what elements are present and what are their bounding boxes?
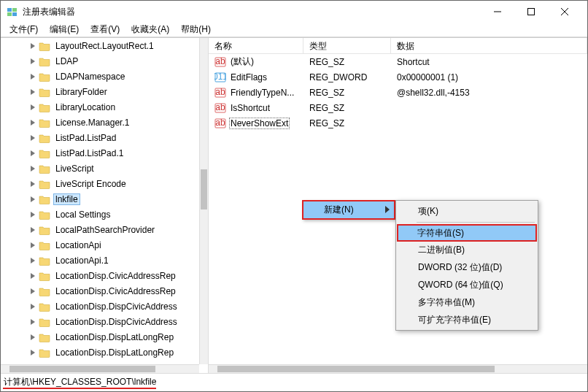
folder-icon [39, 347, 50, 358]
expand-icon[interactable] [28, 195, 37, 204]
tree-item[interactable]: LiveScript [1, 161, 199, 176]
expand-icon[interactable] [28, 72, 37, 81]
tree-item[interactable]: LibraryFolder [1, 84, 199, 99]
expand-icon[interactable] [28, 348, 37, 357]
tree-item[interactable]: License.Manager.1 [1, 115, 199, 130]
column-header-type[interactable]: 类型 [303, 38, 391, 53]
folder-icon [39, 239, 50, 251]
menu-edit[interactable]: 编辑(E) [44, 22, 85, 37]
expand-icon[interactable] [28, 256, 37, 265]
expand-icon[interactable] [28, 42, 37, 50]
list-row[interactable]: abNeverShowExtREG_SZ [209, 115, 587, 131]
list-row[interactable]: 011EditFlagsREG_DWORD0x00000001 (1) [209, 69, 587, 85]
menu-file[interactable]: 文件(F) [4, 22, 44, 37]
scrollbar-thumb[interactable] [217, 366, 495, 372]
value-icon: 011 [214, 72, 226, 83]
submenu-item[interactable]: 二进制值(B) [398, 241, 536, 258]
folder-icon [39, 147, 50, 159]
submenu-item[interactable]: 项(K) [398, 202, 536, 220]
tree-item[interactable]: LocationDisp.DispCivicAddress [1, 299, 199, 314]
expand-icon[interactable] [28, 118, 37, 127]
value-name: NeverShowExt [229, 118, 290, 129]
tree-item[interactable]: LDAP [1, 53, 199, 69]
tree-item[interactable]: LocationDisp.DispLatLongRep [1, 345, 199, 360]
window-title: 注册表编辑器 [23, 6, 481, 18]
close-button[interactable] [548, 1, 581, 23]
expand-icon[interactable] [28, 287, 37, 296]
submenu-item[interactable]: 可扩充字符串值(E) [398, 311, 536, 328]
tree-item[interactable]: Local Settings [1, 207, 199, 222]
tree-vertical-scrollbar[interactable] [199, 38, 208, 364]
expand-icon[interactable] [28, 149, 37, 158]
menu-favorites[interactable]: 收藏夹(A) [125, 22, 175, 37]
list-row[interactable]: abFriendlyTypeN...REG_SZ@shell32.dll,-41… [209, 85, 587, 100]
tree-horizontal-scrollbar[interactable] [1, 364, 199, 373]
expand-icon[interactable] [28, 302, 37, 311]
maximize-button[interactable] [514, 1, 548, 23]
value-name: EditFlags [229, 72, 268, 82]
expand-icon[interactable] [28, 272, 37, 280]
value-type: REG_DWORD [303, 72, 391, 82]
tree-item[interactable]: LDAPNamespace [1, 69, 199, 84]
tree-item[interactable]: LibraryLocation [1, 99, 199, 115]
column-header-data[interactable]: 数据 [391, 38, 587, 53]
list-view[interactable]: ab(默认)REG_SZShortcut011EditFlagsREG_DWOR… [209, 54, 587, 131]
tree-item[interactable]: LocationDisp.DispCivicAddress [1, 314, 199, 329]
value-name: IsShortcut [229, 103, 271, 113]
expand-icon[interactable] [28, 88, 37, 96]
menu-item-label: QWORD (64 位)值(Q) [418, 279, 503, 291]
tree-item[interactable]: LocalPathSearchProvider [1, 222, 199, 237]
menu-item-new[interactable]: 新建(N) [303, 201, 394, 218]
submenu-item[interactable]: DWORD (32 位)值(D) [398, 258, 536, 276]
tree-item[interactable]: LocationDisp.DispLatLongRep [1, 329, 199, 345]
list-row[interactable]: ab(默认)REG_SZShortcut [209, 54, 587, 69]
value-icon: ab [214, 102, 226, 114]
value-type: REG_SZ [303, 88, 391, 98]
submenu-item[interactable]: 多字符串值(M) [398, 293, 536, 311]
submenu-arrow-icon [385, 205, 390, 215]
title-bar: 注册表编辑器 [1, 1, 587, 23]
expand-icon[interactable] [28, 226, 37, 234]
value-type: REG_SZ [303, 103, 391, 113]
tree-item[interactable]: LiveScript Encode [1, 176, 199, 191]
minimize-button[interactable] [481, 1, 514, 23]
scrollbar-thumb[interactable] [201, 169, 207, 210]
folder-icon [39, 86, 50, 98]
expand-icon[interactable] [28, 210, 37, 219]
menu-help[interactable]: 帮助(H) [175, 22, 217, 37]
expand-icon[interactable] [28, 333, 37, 342]
column-header-name[interactable]: 名称 [209, 38, 303, 53]
expand-icon[interactable] [28, 164, 37, 173]
expand-icon[interactable] [28, 318, 37, 326]
list-row[interactable]: abIsShortcutREG_SZ [209, 100, 587, 115]
scrollbar-thumb[interactable] [9, 366, 155, 372]
tree-item[interactable]: LocationDisp.CivicAddressRep [1, 268, 199, 283]
tree-item[interactable]: LayoutRect.LayoutRect.1 [1, 38, 199, 53]
expand-icon[interactable] [28, 103, 37, 112]
tree-item-label: LocationDisp.DispCivicAddress [55, 317, 177, 327]
tree-item[interactable]: LocationApi.1 [1, 253, 199, 268]
tree-view[interactable]: LayoutRect.LayoutRect.1LDAPLDAPNamespace… [1, 38, 199, 364]
tree-item[interactable]: LocationDisp.CivicAddressRep [1, 283, 199, 299]
app-icon [7, 6, 18, 18]
tree-item-label: LocationDisp.CivicAddressRep [55, 286, 176, 296]
tree-item-label: LiveScript Encode [55, 179, 126, 189]
expand-icon[interactable] [28, 180, 37, 188]
submenu-item[interactable]: 字符串值(S) [397, 224, 537, 242]
tree-panel: LayoutRect.LayoutRect.1LDAPLDAPNamespace… [1, 38, 209, 373]
annotation-underline [3, 388, 156, 389]
expand-icon[interactable] [28, 134, 37, 142]
context-submenu-new: 项(K)字符串值(S)二进制值(B)DWORD (32 位)值(D)QWORD … [395, 200, 538, 331]
menu-view[interactable]: 查看(V) [85, 22, 125, 37]
submenu-item[interactable]: QWORD (64 位)值(Q) [398, 276, 536, 293]
tree-item[interactable]: LocationApi [1, 237, 199, 253]
tree-item[interactable]: lnkfile [1, 191, 199, 207]
value-type: REG_SZ [303, 118, 391, 128]
expand-icon[interactable] [28, 241, 37, 250]
tree-item[interactable]: ListPad.ListPad.1 [1, 145, 199, 161]
tree-item-label: Local Settings [55, 210, 110, 220]
tree-item[interactable]: ListPad.ListPad [1, 130, 199, 145]
expand-icon[interactable] [28, 57, 37, 66]
tree-item-label: LibraryFolder [55, 87, 107, 97]
list-horizontal-scrollbar[interactable] [209, 364, 587, 373]
